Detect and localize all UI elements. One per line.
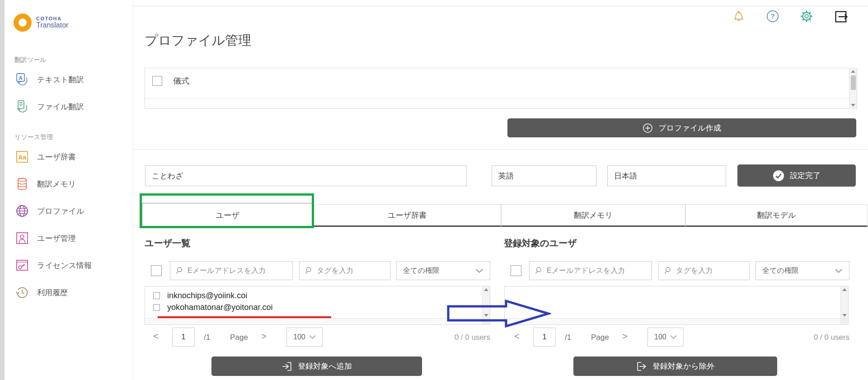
- next-page-button[interactable]: >: [622, 331, 628, 342]
- target-list-select-all-checkbox[interactable]: [511, 265, 521, 276]
- page-title: プロファイル管理: [145, 32, 251, 50]
- sidebar-item-label: 翻訳メモリ: [37, 179, 76, 189]
- target-list-count: 0 / 0 users: [782, 333, 849, 342]
- chevron-down-icon: [670, 335, 677, 339]
- add-to-target-button[interactable]: 登録対象へ追加: [211, 357, 422, 376]
- user-row[interactable]: yokohamatonar@yoitonar.coi: [153, 303, 272, 312]
- search-icon: [534, 267, 542, 275]
- page-total-label: /1: [204, 333, 210, 342]
- tab-translation-model[interactable]: 翻訳モデル: [685, 204, 868, 227]
- header-divider: [133, 6, 868, 6]
- page-word-label: Page: [591, 333, 609, 342]
- tab-user-dictionary[interactable]: ユーザ辞書: [313, 204, 501, 227]
- source-language-input[interactable]: [492, 165, 596, 186]
- next-page-button[interactable]: >: [261, 331, 267, 342]
- license-info-icon: [15, 258, 29, 272]
- remove-from-target-button[interactable]: 登録対象から除外: [573, 357, 777, 376]
- sidebar-item-translation-memory[interactable]: 翻訳メモリ: [15, 176, 76, 192]
- sidebar-item-text-translation[interactable]: A テキスト翻訳: [15, 71, 84, 88]
- help-button[interactable]: ?: [765, 9, 780, 24]
- sidebar: COTOHA Translator 翻訳ツール A テキスト翻訳 ファイル翻訳: [5, 0, 133, 380]
- sidebar-item-license-info[interactable]: ライセンス情報: [15, 257, 92, 273]
- target-language-input[interactable]: [607, 165, 726, 186]
- scroll-up-icon[interactable]: [484, 288, 488, 291]
- text-translate-icon: A: [15, 73, 29, 86]
- svg-text:?: ?: [770, 12, 774, 20]
- user-dictionary-icon: Aa: [15, 150, 29, 164]
- target-list-hscrollbar[interactable]: [505, 318, 840, 324]
- per-page-dropdown[interactable]: 100: [286, 328, 323, 347]
- sidebar-item-label: ユーザ辞書: [37, 152, 76, 162]
- user-list-tag-filter[interactable]: [299, 261, 390, 280]
- user-list-tag-input[interactable]: [316, 266, 385, 275]
- page-total-label: /1: [565, 333, 571, 342]
- settings-gear-icon: [799, 9, 814, 23]
- user-list-select-all-checkbox[interactable]: [151, 265, 162, 276]
- scroll-up-icon[interactable]: [842, 288, 847, 291]
- prev-page-button[interactable]: <: [153, 331, 159, 342]
- per-page-dropdown[interactable]: 100: [647, 328, 684, 347]
- tab-label: 翻訳メモリ: [574, 210, 613, 220]
- sidebar-item-label: ファイル翻訳: [37, 102, 84, 112]
- profile-list: 儀式: [145, 68, 857, 109]
- settings-done-label: 設定完了: [790, 170, 821, 181]
- user-row[interactable]: inknochips@yoiink.coi: [153, 291, 247, 300]
- section-divider: [134, 149, 868, 150]
- help-icon: ?: [765, 9, 780, 23]
- target-list-tag-filter[interactable]: [658, 261, 750, 280]
- sidebar-item-user-management[interactable]: ユーザ管理: [15, 230, 76, 246]
- scroll-down-icon[interactable]: [842, 314, 847, 317]
- notification-bell-button[interactable]: [731, 9, 746, 24]
- user-list-email-input[interactable]: [187, 266, 288, 275]
- usage-history-icon: [15, 286, 29, 299]
- settings-gear-button[interactable]: [799, 9, 814, 24]
- profile-name-input[interactable]: [145, 165, 467, 186]
- page-number-input[interactable]: [533, 328, 556, 347]
- sidebar-section-resource-management: リソース管理: [14, 133, 53, 141]
- user-list-email-filter[interactable]: [170, 261, 293, 280]
- remove-from-target-label: 登録対象から除外: [652, 361, 714, 371]
- user-row-checkbox[interactable]: [153, 304, 160, 311]
- sidebar-item-profile[interactable]: プロファイル: [15, 203, 84, 219]
- profile-list-scrollbar[interactable]: [849, 68, 857, 108]
- check-circle-icon: [773, 170, 784, 182]
- sidebar-item-label: テキスト翻訳: [37, 75, 84, 85]
- user-list-box: inknochips@yoiink.coi yokohamatonar@yoit…: [145, 286, 490, 325]
- create-profile-label: プロファイル作成: [658, 123, 721, 133]
- user-row-checkbox[interactable]: [153, 292, 160, 299]
- target-list-permission-dropdown[interactable]: 全ての権限: [755, 261, 849, 280]
- add-to-target-label: 登録対象へ追加: [298, 361, 352, 371]
- tab-translation-memory[interactable]: 翻訳メモリ: [501, 204, 685, 227]
- logout-button[interactable]: [834, 9, 849, 24]
- profile-row-checkbox[interactable]: [152, 76, 162, 86]
- search-icon: [175, 267, 183, 275]
- tab-users[interactable]: ユーザ: [142, 203, 313, 227]
- scroll-down-icon[interactable]: [851, 104, 855, 107]
- profile-list-row[interactable]: 儀式: [152, 75, 189, 86]
- user-list-permission-dropdown[interactable]: 全ての権限: [396, 261, 490, 280]
- sidebar-item-usage-history[interactable]: 利用履歴: [15, 284, 68, 300]
- target-list-email-filter[interactable]: [529, 261, 652, 280]
- sidebar-item-file-translation[interactable]: ファイル翻訳: [15, 99, 84, 115]
- user-list-vscrollbar[interactable]: [482, 286, 490, 319]
- scroll-up-icon[interactable]: [851, 70, 855, 73]
- user-list-hscrollbar[interactable]: [145, 318, 482, 324]
- scrollbar-corner: [840, 319, 848, 324]
- create-profile-button[interactable]: プロファイル作成: [507, 118, 856, 137]
- profile-management-screen: COTOHA Translator 翻訳ツール A テキスト翻訳 ファイル翻訳: [0, 0, 868, 380]
- scrollbar-thumb[interactable]: [851, 75, 856, 90]
- arrow-out-of-bracket-icon: [636, 361, 647, 372]
- prev-page-button[interactable]: <: [514, 331, 520, 342]
- scroll-down-icon[interactable]: [484, 314, 488, 317]
- sidebar-item-user-dictionary[interactable]: Aa ユーザ辞書: [15, 149, 76, 165]
- logo-text: COTOHA Translator: [36, 16, 68, 29]
- sidebar-item-label: ユーザ管理: [37, 233, 76, 244]
- profile-list-row-divider: [145, 98, 849, 99]
- page-number-input[interactable]: [172, 328, 195, 347]
- target-list-vscrollbar[interactable]: [840, 286, 848, 319]
- sidebar-item-label: プロファイル: [37, 206, 84, 216]
- target-list-email-input[interactable]: [546, 266, 647, 275]
- settings-done-button[interactable]: 設定完了: [737, 164, 856, 187]
- target-list-tag-input[interactable]: [675, 266, 745, 275]
- user-management-icon: [15, 231, 29, 245]
